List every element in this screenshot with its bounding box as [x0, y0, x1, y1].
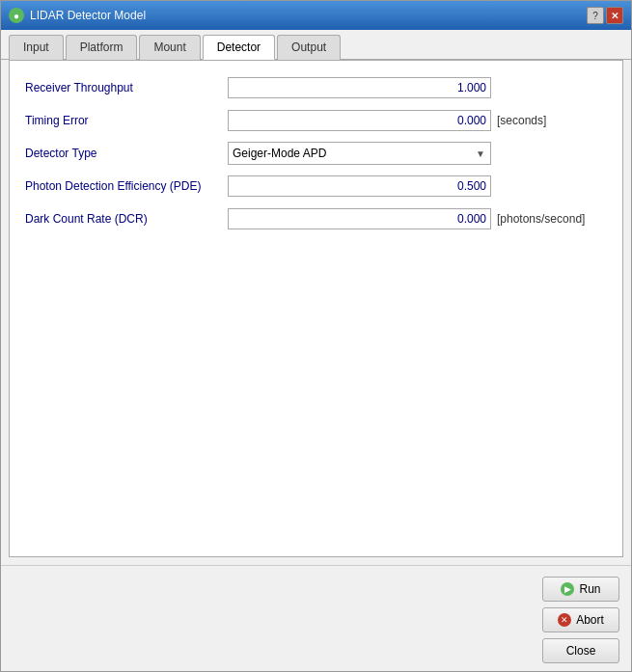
abort-label: Abort	[576, 613, 604, 627]
dcr-row: Dark Count Rate (DCR) [photons/second]	[25, 207, 607, 230]
timing-error-row: Timing Error [seconds]	[25, 109, 607, 132]
close-button[interactable]: Close	[542, 638, 619, 663]
tab-detector[interactable]: Detector	[203, 35, 275, 60]
detector-type-label: Detector Type	[25, 147, 228, 160]
title-buttons: ? ✕	[587, 7, 623, 24]
tab-input[interactable]: Input	[9, 35, 64, 60]
bottom-bar: ▶ Run ✕ Abort Close	[1, 565, 631, 671]
pde-label: Photon Detection Efficiency (PDE)	[25, 179, 228, 193]
title-bar: ● LIDAR Detector Model ? ✕	[1, 1, 631, 30]
run-label: Run	[579, 582, 600, 596]
receiver-throughput-input[interactable]	[228, 77, 491, 98]
close-label: Close	[566, 644, 596, 658]
main-window: ● LIDAR Detector Model ? ✕ Input Platfor…	[0, 0, 632, 672]
detector-type-select[interactable]: Geiger-Mode APD Linear APD PIN Photodiod…	[228, 142, 491, 165]
timing-error-unit: [seconds]	[491, 114, 607, 127]
run-icon: ▶	[561, 582, 574, 596]
detector-type-row: Detector Type Geiger-Mode APD Linear APD…	[25, 142, 607, 165]
window-title: LIDAR Detector Model	[30, 9, 146, 22]
dcr-input[interactable]	[228, 208, 491, 229]
content-area: Receiver Throughput Timing Error [second…	[9, 60, 623, 557]
app-icon: ●	[9, 8, 24, 23]
tab-mount[interactable]: Mount	[139, 35, 200, 60]
timing-error-input[interactable]	[228, 110, 491, 131]
tab-platform[interactable]: Platform	[66, 35, 138, 60]
pde-row: Photon Detection Efficiency (PDE)	[25, 175, 607, 198]
tab-output[interactable]: Output	[277, 35, 341, 60]
pde-input[interactable]	[228, 175, 491, 197]
detector-type-select-wrapper: Geiger-Mode APD Linear APD PIN Photodiod…	[228, 142, 491, 165]
run-button[interactable]: ▶ Run	[542, 577, 619, 602]
title-bar-left: ● LIDAR Detector Model	[9, 8, 146, 23]
close-window-button[interactable]: ✕	[606, 7, 623, 24]
dcr-label: Dark Count Rate (DCR)	[25, 212, 228, 226]
receiver-throughput-row: Receiver Throughput	[25, 76, 607, 99]
receiver-throughput-label: Receiver Throughput	[25, 81, 228, 94]
abort-button[interactable]: ✕ Abort	[542, 607, 619, 632]
timing-error-label: Timing Error	[25, 114, 228, 127]
abort-icon: ✕	[558, 613, 571, 627]
dcr-unit: [photons/second]	[491, 212, 607, 226]
tab-bar: Input Platform Mount Detector Output	[1, 30, 631, 60]
help-button[interactable]: ?	[587, 7, 604, 24]
